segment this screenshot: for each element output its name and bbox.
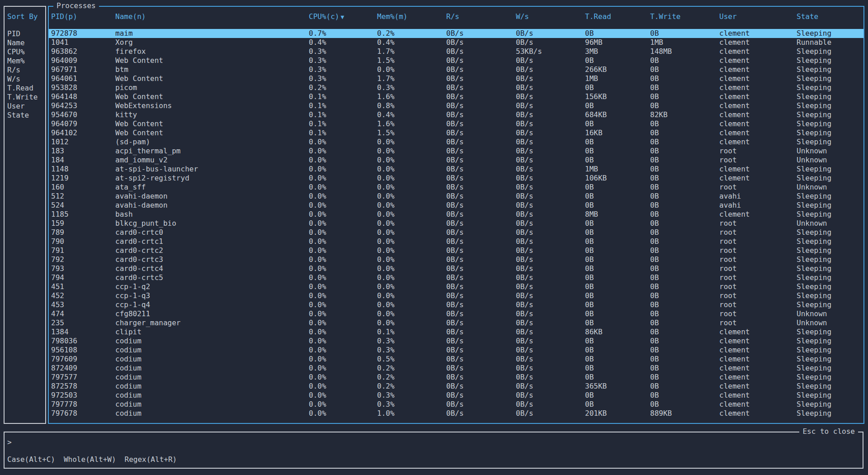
table-row[interactable]: 452ccp-1-q30.0%0.0%0B/s0B/s0B0BrootSleep… bbox=[49, 291, 863, 300]
column-header-r-s[interactable]: R/s bbox=[446, 12, 516, 21]
sort-by-list: PIDNameCPU%Mem%R/sW/sT.ReadT.WriteUserSt… bbox=[7, 29, 44, 120]
table-row[interactable]: 963862firefox0.3%1.7%0B/s53KB/s3MB148MBc… bbox=[49, 47, 863, 56]
table-cell: 0.1% bbox=[309, 128, 377, 138]
table-row[interactable]: 964253WebExtensions0.1%0.8%0B/s0B/s0B0Bc… bbox=[49, 101, 863, 110]
table-cell: clement bbox=[719, 174, 797, 183]
table-row[interactable]: 453ccp-1-q40.0%0.0%0B/s0B/s0B0BrootSleep… bbox=[49, 300, 863, 309]
table-row[interactable]: 964102Web Content0.1%1.5%0B/s0B/s16KB0Bc… bbox=[49, 128, 863, 138]
table-cell: 0.0% bbox=[309, 273, 377, 282]
column-header-mem-m[interactable]: Mem%(m) bbox=[377, 12, 446, 21]
table-row[interactable]: 964009Web Content0.3%1.5%0B/s0B/s0B0Bcle… bbox=[49, 56, 863, 65]
search-option-case[interactable]: Case(Alt+C) bbox=[7, 455, 55, 464]
table-row[interactable]: 235charger_manager0.0%0.0%0B/s0B/s0B0Bro… bbox=[49, 318, 863, 328]
column-header-state[interactable]: State bbox=[797, 12, 863, 21]
table-cell: Sleeping bbox=[797, 210, 863, 219]
table-cell: Sleeping bbox=[797, 29, 863, 38]
table-cell: 1148 bbox=[51, 165, 115, 174]
table-row[interactable]: 451ccp-1-q20.0%0.0%0B/s0B/s0B0BrootSleep… bbox=[49, 282, 863, 291]
table-row[interactable]: 1384clipit0.0%0.1%0B/s0B/s86KB0BclementS… bbox=[49, 328, 863, 337]
table-cell: root bbox=[719, 237, 797, 246]
table-cell: 0B/s bbox=[516, 74, 585, 83]
table-row[interactable]: 524avahi-daemon0.0%0.0%0B/s0B/s0B0Bavahi… bbox=[49, 201, 863, 210]
table-cell: 0.0% bbox=[309, 282, 377, 291]
table-row[interactable]: 972878maim0.7%0.2%0B/s0B/s0B0BclementSle… bbox=[49, 29, 863, 38]
table-cell: 0B bbox=[585, 309, 650, 318]
table-row[interactable]: 512avahi-daemon0.0%0.0%0B/s0B/s0B0Bavahi… bbox=[49, 192, 863, 201]
table-row[interactable]: 1012(sd-pam)0.0%0.0%0B/s0B/s0B0BclementS… bbox=[49, 138, 863, 147]
table-cell: Sleeping bbox=[797, 246, 863, 255]
table-row[interactable]: 872409codium0.0%0.2%0B/s0B/s0B0BclementS… bbox=[49, 364, 863, 373]
table-cell: blkcg_punt_bio bbox=[115, 219, 309, 228]
column-header-t-read[interactable]: T.Read bbox=[585, 12, 650, 21]
table-row[interactable]: 790card0-crtc10.0%0.0%0B/s0B/s0B0BrootSl… bbox=[49, 237, 863, 246]
search-option-whole[interactable]: Whole(Alt+W) bbox=[64, 455, 116, 464]
table-cell: 1MB bbox=[650, 38, 719, 47]
table-row[interactable]: 797778codium0.0%0.3%0B/s0B/s0B0BclementS… bbox=[49, 400, 863, 409]
column-header-pid-p[interactable]: PID(p) bbox=[51, 12, 115, 21]
table-cell: Sleeping bbox=[797, 291, 863, 300]
table-row[interactable]: 967971btm0.3%0.0%0B/s0B/s266KB0BclementS… bbox=[49, 65, 863, 74]
search-option-regex[interactable]: Regex(Alt+R) bbox=[125, 455, 177, 464]
table-row[interactable]: 474cfg802110.0%0.0%0B/s0B/s0B0BrootUnkno… bbox=[49, 309, 863, 318]
sort-by-item-mem[interactable]: Mem% bbox=[7, 57, 44, 66]
sort-by-item-pid[interactable]: PID bbox=[7, 29, 44, 38]
table-cell: Sleeping bbox=[797, 92, 863, 101]
search-input[interactable]: > bbox=[7, 438, 860, 447]
table-cell: 1012 bbox=[51, 138, 115, 147]
table-row[interactable]: 964148Web Content0.1%1.6%0B/s0B/s156KB0B… bbox=[49, 92, 863, 101]
table-row[interactable]: 792card0-crtc30.0%0.0%0B/s0B/s0B0BrootSl… bbox=[49, 255, 863, 264]
table-cell: root bbox=[719, 282, 797, 291]
table-row[interactable]: 1041Xorg0.4%0.4%0B/s0B/s96MB1MBclementRu… bbox=[49, 38, 863, 47]
sort-by-item-r-s[interactable]: R/s bbox=[7, 66, 44, 75]
table-row[interactable]: 956108codium0.0%0.3%0B/s0B/s0B0BclementS… bbox=[49, 346, 863, 355]
table-cell: 0.3% bbox=[309, 65, 377, 74]
table-cell: 0B/s bbox=[446, 282, 516, 291]
table-row[interactable]: 160ata_sff0.0%0.0%0B/s0B/s0B0BrootUnknow… bbox=[49, 183, 863, 192]
table-row[interactable]: 872578codium0.0%0.2%0B/s0B/s365KB0Bcleme… bbox=[49, 382, 863, 391]
table-cell: 0B/s bbox=[446, 318, 516, 328]
column-header-t-write[interactable]: T.Write bbox=[650, 12, 719, 21]
table-row[interactable]: 793card0-crtc40.0%0.0%0B/s0B/s0B0BrootSl… bbox=[49, 264, 863, 273]
table-cell: root bbox=[719, 300, 797, 309]
sort-by-item-cpu[interactable]: CPU% bbox=[7, 48, 44, 57]
table-cell: 963862 bbox=[51, 47, 115, 56]
table-cell: 1041 bbox=[51, 38, 115, 47]
table-row[interactable]: 797609codium0.0%0.5%0B/s0B/s0B0BclementS… bbox=[49, 355, 863, 364]
table-row[interactable]: 798036codium0.0%0.3%0B/s0B/s0B0BclementS… bbox=[49, 337, 863, 346]
sort-desc-icon: ▼ bbox=[340, 14, 344, 20]
table-cell: Sleeping bbox=[797, 56, 863, 65]
table-row[interactable]: 789card0-crtc00.0%0.0%0B/s0B/s0B0BrootSl… bbox=[49, 228, 863, 237]
column-header-name-n[interactable]: Name(n) bbox=[115, 12, 309, 21]
table-cell: 452 bbox=[51, 291, 115, 300]
sort-by-item-t-write[interactable]: T.Write bbox=[7, 93, 44, 102]
table-row[interactable]: 964079Web Content0.1%1.6%0B/s0B/s0B0Bcle… bbox=[49, 119, 863, 128]
table-row[interactable]: 791card0-crtc20.0%0.0%0B/s0B/s0B0BrootSl… bbox=[49, 246, 863, 255]
table-row[interactable]: 964061Web Content0.3%1.7%0B/s0B/s1MB0Bcl… bbox=[49, 74, 863, 83]
table-row[interactable]: 953828picom0.2%0.3%0B/s0B/s0B0BclementSl… bbox=[49, 83, 863, 92]
table-cell: avahi bbox=[719, 192, 797, 201]
column-header-label: CPU%(c) bbox=[309, 12, 339, 21]
table-row[interactable]: 159blkcg_punt_bio0.0%0.0%0B/s0B/s0B0Broo… bbox=[49, 219, 863, 228]
column-header-cpu-c[interactable]: CPU%(c)▼ bbox=[309, 12, 377, 21]
column-header-user[interactable]: User bbox=[719, 12, 797, 21]
table-cell: 0.0% bbox=[377, 246, 446, 255]
column-header-w-s[interactable]: W/s bbox=[516, 12, 585, 21]
table-cell: 1.5% bbox=[377, 56, 446, 65]
table-row[interactable]: 954670kitty0.1%0.4%0B/s0B/s684KB82KBclem… bbox=[49, 110, 863, 119]
table-row[interactable]: 797577codium0.0%0.2%0B/s0B/s0B0BclementS… bbox=[49, 373, 863, 382]
table-row[interactable]: 794card0-crtc50.0%0.0%0B/s0B/s0B0BrootSl… bbox=[49, 273, 863, 282]
table-row[interactable]: 1185bash0.0%0.0%0B/s0B/s8MB0BclementSlee… bbox=[49, 210, 863, 219]
table-row[interactable]: 1219at-spi2-registryd0.0%0.0%0B/s0B/s106… bbox=[49, 174, 863, 183]
table-row[interactable]: 972503codium0.0%0.3%0B/s0B/s0B0BclementS… bbox=[49, 391, 863, 400]
sort-by-item-name[interactable]: Name bbox=[7, 38, 44, 48]
table-cell: WebExtensions bbox=[115, 101, 309, 110]
sort-by-item-t-read[interactable]: T.Read bbox=[7, 84, 44, 93]
table-row[interactable]: 183acpi_thermal_pm0.0%0.0%0B/s0B/s0B0Bro… bbox=[49, 147, 863, 156]
table-row[interactable]: 184amd_iommu_v20.0%0.0%0B/s0B/s0B0BrootU… bbox=[49, 156, 863, 165]
table-cell: clement bbox=[719, 210, 797, 219]
table-row[interactable]: 797678codium0.0%1.0%0B/s0B/s201KB889KBcl… bbox=[49, 409, 863, 418]
table-row[interactable]: 1148at-spi-bus-launcher0.0%0.0%0B/s0B/s1… bbox=[49, 165, 863, 174]
sort-by-item-w-s[interactable]: W/s bbox=[7, 75, 44, 84]
sort-by-item-user[interactable]: User bbox=[7, 102, 44, 111]
sort-by-item-state[interactable]: State bbox=[7, 111, 44, 120]
